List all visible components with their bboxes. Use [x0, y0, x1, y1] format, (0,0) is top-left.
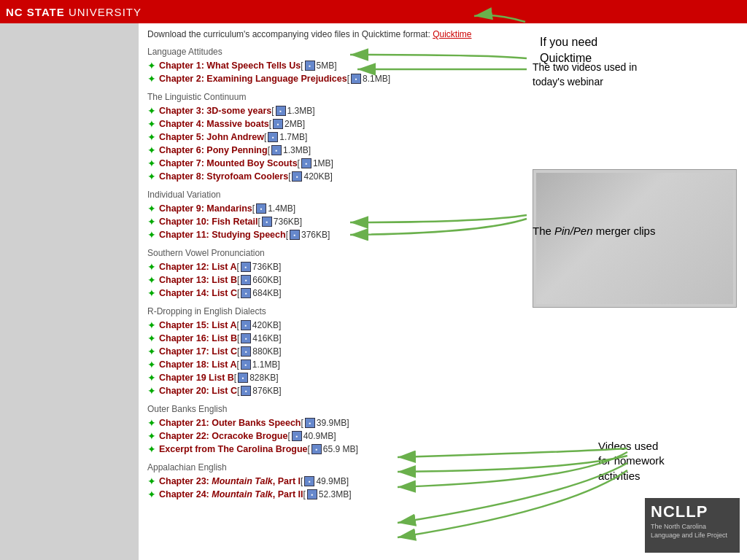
- chapter-item: ✦Chapter 4: Massive boats [ ▪2MB]: [147, 118, 516, 130]
- file-size: 1MB]: [313, 158, 333, 168]
- file-icon: ▪: [273, 119, 283, 129]
- chapter-item: ✦Chapter 20: List C [ ▪876KB]: [147, 385, 516, 397]
- chapter-item: ✦Chapter 24: Mountain Talk, Part II [ ▪5…: [147, 489, 516, 500]
- file-size: 876KB]: [252, 386, 281, 396]
- chapter-link[interactable]: Chapter 7: Mounted Boy Scouts: [159, 158, 298, 168]
- section-title: The Linguistic Continuum: [147, 92, 516, 102]
- file-size: 1.3MB]: [287, 106, 315, 116]
- chapter-item: ✦Chapter 22: Ocracoke Brogue [ ▪40.9MB]: [147, 430, 516, 442]
- chapter-item: ✦Chapter 12: List A [ ▪736KB]: [147, 261, 516, 273]
- file-icon: ▪: [292, 431, 302, 441]
- chapter-bullet: ✦: [147, 118, 156, 130]
- file-size: 65.9 MB]: [323, 444, 358, 454]
- file-bracket: [: [237, 262, 239, 272]
- chapter-link[interactable]: Chapter 4: Massive boats: [159, 119, 269, 129]
- file-size: 1.1MB]: [252, 359, 280, 370]
- chapter-item: ✦Excerpt from The Carolina Brogue [ ▪65.…: [147, 443, 516, 455]
- file-bracket: [: [269, 119, 271, 129]
- chapter-bullet: ✦: [147, 274, 156, 286]
- chapter-link[interactable]: Chapter 12: List A: [159, 262, 237, 272]
- ncllp-logo: NCLLP The North Carolina Language and Li…: [645, 498, 740, 553]
- chapter-link[interactable]: Chapter 23: Mountain Talk, Part I: [159, 476, 301, 486]
- chapter-link[interactable]: Chapter 5: John Andrew: [159, 132, 264, 142]
- file-icon: ▪: [241, 359, 251, 370]
- chapter-bullet: ✦: [147, 105, 156, 117]
- file-size: 828KB]: [249, 373, 278, 383]
- file-bracket: [: [287, 431, 290, 441]
- file-size: 1.3MB]: [283, 145, 311, 155]
- file-size: 660KB]: [252, 275, 281, 285]
- file-size: 52.3MB]: [319, 489, 352, 499]
- chapter-bullet: ✦: [147, 475, 156, 487]
- chapter-item: ✦Chapter 9: Mandarins [ ▪1.4MB]: [147, 203, 516, 214]
- chapter-link[interactable]: Chapter 14: List C: [159, 288, 237, 298]
- file-bracket: [: [237, 275, 239, 285]
- chapter-item: ✦Chapter 23: Mountain Talk, Part I [ ▪49…: [147, 475, 516, 487]
- chapter-link[interactable]: Excerpt from The Carolina Brogue: [159, 444, 308, 454]
- chapter-link[interactable]: Chapter 16: List B: [159, 333, 237, 343]
- ncllp-title: NCLLP: [651, 502, 734, 521]
- chapter-item: ✦Chapter 21: Outer Banks Speech [ ▪39.9M…: [147, 417, 516, 429]
- chapter-item: ✦Chapter 13: List B [ ▪660KB]: [147, 274, 516, 286]
- chapter-bullet: ✦: [147, 144, 156, 156]
- file-icon: ▪: [241, 346, 251, 357]
- chapter-link[interactable]: Chapter 21: Outer Banks Speech: [159, 418, 301, 428]
- file-icon: ▪: [241, 288, 251, 298]
- chapter-bullet: ✦: [147, 171, 156, 182]
- file-size: 376KB]: [301, 230, 330, 240]
- file-bracket: [: [252, 203, 255, 214]
- pinpen-annotation: The Pin/Pen merger clips: [533, 224, 655, 238]
- file-bracket: [: [268, 145, 270, 155]
- file-bracket: [: [237, 333, 239, 343]
- content-area: Download the curriculum's accompanying v…: [139, 23, 525, 560]
- chapter-link[interactable]: Chapter 15: List A: [159, 320, 237, 330]
- chapter-bullet: ✦: [147, 430, 156, 442]
- file-size: 416KB]: [252, 333, 281, 343]
- chapter-link[interactable]: Chapter 18: List A: [159, 359, 237, 370]
- chapter-link[interactable]: Chapter 24: Mountain Talk, Part II: [159, 489, 303, 499]
- file-size: 880KB]: [252, 346, 281, 357]
- webinar-annotation: The two videos used in today's webinar: [533, 60, 637, 90]
- chapter-item: ✦Chapter 17: List C [ ▪880KB]: [147, 346, 516, 357]
- file-size: 684KB]: [252, 288, 281, 298]
- chapter-link[interactable]: Chapter 9: Mandarins: [159, 203, 252, 214]
- chapter-link[interactable]: Chapter 17: List C: [159, 346, 237, 357]
- section-title: Southern Vowel Pronunciation: [147, 248, 516, 258]
- chapter-link[interactable]: Chapter 2: Examining Language Prejudices: [159, 74, 347, 84]
- file-icon: ▪: [241, 320, 251, 330]
- file-bracket: [: [303, 489, 306, 499]
- chapter-bullet: ✦: [147, 261, 156, 273]
- chapter-bullet: ✦: [147, 287, 156, 299]
- file-icon: ▪: [262, 217, 272, 227]
- file-size: 736KB]: [274, 217, 302, 227]
- chapter-link[interactable]: Chapter 20: List C: [159, 386, 237, 396]
- chapter-item: ✦Chapter 6: Pony Penning [ ▪1.3MB]: [147, 144, 516, 156]
- chapter-link[interactable]: Chapter 8: Styrofoam Coolers: [159, 171, 288, 182]
- chapter-link[interactable]: Chapter 3: 3D-some years: [159, 106, 271, 116]
- chapter-link[interactable]: Chapter 22: Ocracoke Brogue: [159, 431, 287, 441]
- chapter-bullet: ✦: [147, 319, 156, 331]
- file-bracket: [: [258, 217, 260, 227]
- chapter-bullet: ✦: [147, 417, 156, 429]
- quicktime-link[interactable]: Quicktime: [433, 29, 471, 39]
- chapter-item: ✦Chapter 18: List A [ ▪1.1MB]: [147, 359, 516, 370]
- chapter-item: ✦Chapter 14: List C [ ▪684KB]: [147, 287, 516, 299]
- chapter-link[interactable]: Chapter 19 List B: [159, 373, 234, 383]
- chapter-link[interactable]: Chapter 1: What Speech Tells Us: [159, 61, 301, 71]
- chapter-bullet: ✦: [147, 372, 156, 384]
- chapter-link[interactable]: Chapter 11: Studying Speech: [159, 230, 286, 240]
- section-title: Outer Banks English: [147, 404, 516, 414]
- file-size: 39.9MB]: [317, 418, 349, 428]
- file-icon: ▪: [241, 275, 251, 285]
- file-bracket: [: [237, 346, 239, 357]
- chapter-link[interactable]: Chapter 6: Pony Penning: [159, 145, 268, 155]
- chapter-link[interactable]: Chapter 13: List B: [159, 275, 237, 285]
- header: NC STATE UNIVERSITY: [0, 0, 747, 23]
- file-size: 1.7MB]: [279, 132, 307, 142]
- chapter-item: ✦Chapter 11: Studying Speech [ ▪376KB]: [147, 229, 516, 241]
- file-bracket: [: [234, 373, 236, 383]
- chapter-link[interactable]: Chapter 10: Fish Retail: [159, 217, 258, 227]
- file-size: 420KB]: [252, 320, 281, 330]
- chapter-item: ✦Chapter 16: List B [ ▪416KB]: [147, 332, 516, 344]
- homework-annotation: Videos used for homework activities: [598, 439, 665, 483]
